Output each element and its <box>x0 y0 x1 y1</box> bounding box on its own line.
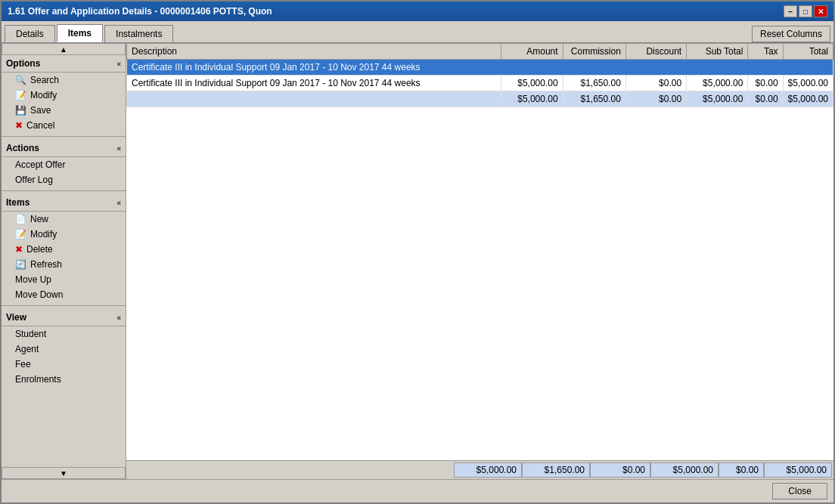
row-commission: $1,650.00 <box>563 76 625 91</box>
move-up-label: Move Up <box>15 274 51 285</box>
footer-discount: $0.00 <box>590 462 650 478</box>
table-row[interactable]: Certificate III in Individual Support 09… <box>127 76 833 91</box>
table-wrapper[interactable]: Description Amount Commission Discount S… <box>126 43 833 460</box>
fee-label: Fee <box>15 359 31 369</box>
refresh-icon: 🔄 <box>15 259 26 270</box>
sidebar-item-cancel[interactable]: ✖ Cancel <box>2 118 126 133</box>
sidebar-scroll-up[interactable]: ▲ <box>2 43 126 55</box>
cancel-label: Cancel <box>26 120 54 131</box>
options-label: Options <box>6 58 40 69</box>
col-header-commission: Commission <box>563 44 625 60</box>
subtotal-discount: $0.00 <box>625 91 686 107</box>
row-subtotal: $5,000.00 <box>687 76 748 91</box>
sidebar-item-fee[interactable]: Fee <box>2 357 126 372</box>
search-label: Search <box>30 75 59 85</box>
table-subtotal-row: $5,000.00 $1,650.00 $0.00 $5,000.00 $0.0… <box>127 91 833 107</box>
row-discount: $0.00 <box>625 76 686 91</box>
actions-collapse-icon[interactable]: « <box>116 144 121 153</box>
maximize-button[interactable]: □ <box>799 5 812 17</box>
sidebar-item-new[interactable]: 📄 New <box>2 212 126 227</box>
main-window: 1.61 Offer and Application Details - 000… <box>0 0 835 504</box>
sidebar-section-items: Items « <box>2 194 126 212</box>
group-header-label: Certificate III in Individual Support 09… <box>127 60 833 76</box>
bottom-bar: Close <box>2 479 833 502</box>
col-header-description: Description <box>127 44 501 60</box>
footer-totals: $5,000.00 $1,650.00 $0.00 $5,000.00 $0.0… <box>126 460 833 479</box>
footer-amount: $5,000.00 <box>454 462 522 478</box>
close-window-button[interactable]: ✕ <box>814 5 827 17</box>
subtotal-amount: $5,000.00 <box>501 91 563 107</box>
subtotal-commission: $1,650.00 <box>563 91 625 107</box>
save-label: Save <box>30 105 51 116</box>
col-header-discount: Discount <box>625 44 686 60</box>
save-icon: 💾 <box>15 105 26 116</box>
row-tax: $0.00 <box>748 76 783 91</box>
footer-spacer <box>128 462 454 478</box>
content-area: ▲ Options « 🔍 Search 📝 Modify 💾 Save ✖ C… <box>2 43 833 479</box>
sidebar-item-move-up[interactable]: Move Up <box>2 272 126 287</box>
footer-total: $5,000.00 <box>764 462 832 478</box>
sidebar-item-offer-log[interactable]: Offer Log <box>2 172 126 187</box>
subtotal-total: $5,000.00 <box>783 91 833 107</box>
sidebar-item-accept-offer[interactable]: Accept Offer <box>2 157 126 172</box>
items-collapse-icon[interactable]: « <box>116 199 121 207</box>
view-collapse-icon[interactable]: « <box>116 314 121 322</box>
tab-items[interactable]: Items <box>57 24 103 42</box>
view-label: View <box>6 312 26 323</box>
table-header-row: Description Amount Commission Discount S… <box>127 44 833 60</box>
title-bar: 1.61 Offer and Application Details - 000… <box>2 2 833 21</box>
items-section-label: Items <box>6 197 29 208</box>
search-icon: 🔍 <box>15 75 26 85</box>
sidebar-item-modify-options[interactable]: 📝 Modify <box>2 88 126 103</box>
subtotal-desc <box>127 91 501 107</box>
modify-items-label: Modify <box>30 229 57 240</box>
col-header-total: Total <box>783 44 833 60</box>
modify-items-icon: 📝 <box>15 229 26 240</box>
sidebar-item-search[interactable]: 🔍 Search <box>2 73 126 88</box>
delete-label: Delete <box>26 244 53 255</box>
close-button[interactable]: Close <box>772 483 827 499</box>
tab-details[interactable]: Details <box>5 25 55 42</box>
row-amount: $5,000.00 <box>501 76 563 91</box>
row-total: $5,000.00 <box>783 76 833 91</box>
sidebar-item-student[interactable]: Student <box>2 326 126 342</box>
offer-log-label: Offer Log <box>15 175 53 185</box>
window-title: 1.61 Offer and Application Details - 000… <box>8 6 272 17</box>
sidebar-section-options: Options « <box>2 55 126 73</box>
sidebar: ▲ Options « 🔍 Search 📝 Modify 💾 Save ✖ C… <box>2 43 126 479</box>
accept-offer-label: Accept Offer <box>15 159 65 170</box>
divider-1 <box>2 136 126 137</box>
tab-instalments[interactable]: Instalments <box>104 25 173 42</box>
modify-label: Modify <box>30 90 57 100</box>
sidebar-item-move-down[interactable]: Move Down <box>2 287 126 302</box>
footer-commission: $1,650.00 <box>522 462 590 478</box>
minimize-button[interactable]: – <box>784 5 797 17</box>
sidebar-item-refresh[interactable]: 🔄 Refresh <box>2 257 126 272</box>
sidebar-item-delete[interactable]: ✖ Delete <box>2 242 126 257</box>
sidebar-item-enrolments[interactable]: Enrolments <box>2 372 126 387</box>
table-group-header: Certificate III in Individual Support 09… <box>127 60 833 76</box>
sidebar-section-actions: Actions « <box>2 140 126 157</box>
sidebar-item-modify-items[interactable]: 📝 Modify <box>2 227 126 242</box>
col-header-amount: Amount <box>501 44 563 60</box>
reset-columns-button[interactable]: Reset Columns <box>752 26 830 42</box>
col-header-tax: Tax <box>748 44 783 60</box>
cancel-icon: ✖ <box>15 120 23 131</box>
subtotal-subtotal: $5,000.00 <box>687 91 748 107</box>
options-collapse-icon[interactable]: « <box>116 60 121 68</box>
sidebar-scroll-down[interactable]: ▼ <box>2 467 126 479</box>
move-down-label: Move Down <box>15 289 63 300</box>
row-description: Certificate III in Individual Support 09… <box>127 76 501 91</box>
footer-subtotal: $5,000.00 <box>650 462 719 478</box>
items-table: Description Amount Commission Discount S… <box>126 43 833 107</box>
agent-label: Agent <box>15 344 39 354</box>
sidebar-section-view: View « <box>2 309 126 326</box>
subtotal-tax: $0.00 <box>748 91 783 107</box>
new-icon: 📄 <box>15 214 26 224</box>
sidebar-item-save[interactable]: 💾 Save <box>2 103 126 118</box>
sidebar-item-agent[interactable]: Agent <box>2 342 126 357</box>
refresh-label: Refresh <box>30 259 62 270</box>
window-controls: – □ ✕ <box>784 5 827 17</box>
enrolments-label: Enrolments <box>15 374 61 385</box>
col-header-subtotal: Sub Total <box>687 44 748 60</box>
